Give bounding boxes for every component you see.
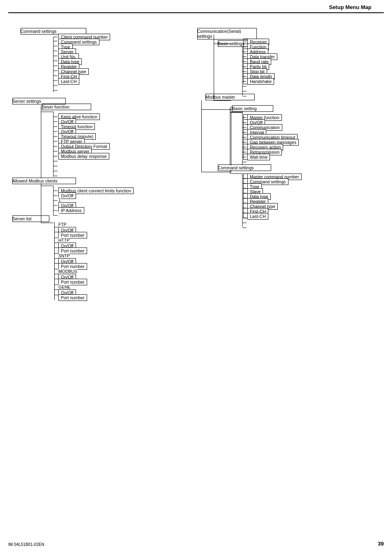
item-http: HTTP: [58, 238, 69, 243]
item-ip-address: IP Address: [58, 207, 84, 214]
item-wait-time: Wait time: [247, 154, 270, 160]
item-port-gene: Port number: [58, 294, 87, 301]
item-ftp: FTP: [58, 222, 67, 227]
page-title: Setup Menu Map: [8, 0, 384, 13]
item-gene: GENE: [58, 284, 71, 289]
item-modbus: MODBUS: [58, 269, 77, 274]
item-modbus-delay: Modbus delay response: [58, 153, 109, 160]
item-1: 1: [58, 197, 61, 202]
item-last-ch-r: Last-CH: [247, 213, 268, 220]
page-number: 39: [378, 541, 384, 547]
item-sntp: SNTP: [58, 253, 70, 258]
item-handshake: Handshake: [247, 78, 274, 85]
item-colon: :: [58, 212, 60, 217]
item-last-ch-1: Last-CH: [58, 78, 79, 85]
footer-text: IM 04L51B01-02EN: [8, 542, 44, 547]
diagram: Command settings Client command number C…: [8, 25, 386, 305]
item-onoff-3: On/Off: [58, 192, 76, 199]
